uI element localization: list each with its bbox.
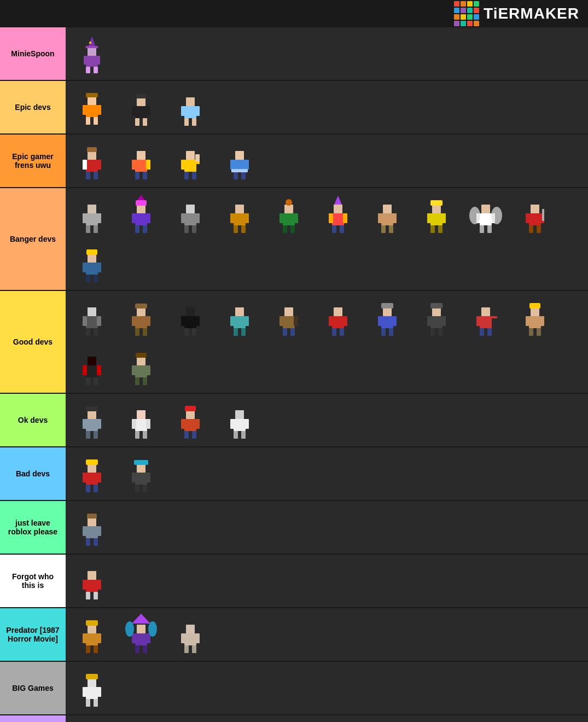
svg-rect-131 [88,307,96,316]
svg-rect-240 [86,459,98,465]
svg-rect-159 [294,316,298,326]
svg-rect-184 [476,316,481,326]
tier-label-forgot: Forgot who this is [0,555,66,607]
svg-rect-140 [146,316,150,326]
logo-cell [474,1,479,7]
avatar-slot [68,83,116,131]
svg-rect-163 [332,316,344,328]
svg-rect-36 [137,151,145,160]
avatar-svg [319,193,357,236]
svg-rect-145 [184,316,196,328]
svg-rect-104 [427,213,432,223]
avatar-svg [220,295,259,339]
svg-rect-177 [427,316,432,326]
svg-rect-219 [135,431,139,439]
avatar-svg [73,85,111,129]
svg-rect-29 [88,151,96,160]
svg-rect-133 [83,316,87,326]
svg-rect-26 [195,106,200,116]
svg-rect-87 [290,225,295,233]
avatar-svg [73,32,111,75]
svg-point-8 [89,42,91,44]
svg-rect-129 [94,275,98,282]
svg-rect-192 [529,328,533,336]
svg-rect-269 [135,633,147,645]
avatar-slot [117,190,165,238]
svg-rect-259 [86,592,90,599]
svg-rect-33 [86,172,90,179]
svg-rect-75 [192,225,196,233]
avatar-svg [171,613,209,656]
avatar-slot [68,240,116,288]
svg-rect-251 [97,526,101,536]
avatar-slot [117,293,165,341]
svg-rect-235 [86,473,98,485]
svg-rect-224 [195,419,200,429]
svg-rect-178 [441,316,446,326]
svg-rect-186 [480,328,484,336]
svg-rect-157 [283,316,295,328]
avatar-svg [319,295,357,339]
avatar-slot [166,293,214,341]
avatar-svg [171,85,209,129]
svg-rect-223 [181,419,185,429]
svg-rect-135 [86,328,90,336]
svg-rect-231 [244,419,249,429]
tier-row-epic-devs: Epic devs [0,81,588,135]
svg-rect-215 [137,410,145,419]
svg-rect-20 [135,118,139,126]
svg-rect-22 [136,94,146,98]
avatar-svg [73,398,111,442]
svg-rect-108 [430,200,443,206]
svg-rect-221 [186,410,195,419]
svg-rect-68 [136,200,147,206]
avatar-slot [166,83,214,131]
svg-rect-195 [88,357,96,365]
svg-rect-64 [132,213,136,223]
avatar-slot [68,664,116,712]
svg-rect-23 [186,97,195,106]
svg-rect-196 [86,365,98,377]
svg-rect-227 [185,406,196,411]
svg-rect-59 [97,213,101,223]
svg-rect-252 [86,538,90,546]
svg-rect-241 [137,464,145,473]
tier-content-forgot [66,555,588,607]
avatar-svg [73,193,111,236]
header: TiERMAKER [0,0,588,27]
svg-rect-35 [87,147,97,152]
tier-content-epic-devs [66,81,588,133]
svg-rect-44 [181,160,185,170]
svg-rect-96 [383,205,392,213]
svg-rect-254 [87,514,97,519]
svg-rect-16 [137,97,145,106]
svg-rect-32 [97,160,101,170]
svg-rect-272 [135,645,139,653]
svg-rect-248 [88,517,96,526]
svg-rect-107 [438,225,443,233]
avatar-svg [73,345,111,388]
svg-rect-194 [529,303,540,308]
logo-cell [454,1,459,7]
svg-rect-49 [235,151,244,160]
avatar-svg [417,295,456,339]
avatar-svg [368,193,406,236]
svg-rect-94 [340,225,344,233]
svg-rect-191 [540,316,544,326]
svg-rect-199 [86,377,90,385]
svg-rect-152 [230,316,235,326]
avatar-slot [462,190,510,238]
svg-rect-130 [86,249,97,255]
svg-rect-268 [137,625,145,633]
svg-rect-77 [234,213,246,225]
svg-rect-153 [244,316,249,326]
svg-rect-154 [234,328,238,336]
svg-rect-79 [244,213,249,223]
svg-rect-175 [432,307,441,316]
svg-rect-247 [134,460,148,465]
svg-rect-262 [86,633,98,645]
svg-rect-239 [94,485,98,492]
avatar-svg [122,345,160,388]
avatar-slot [511,293,559,341]
svg-rect-42 [186,151,195,160]
